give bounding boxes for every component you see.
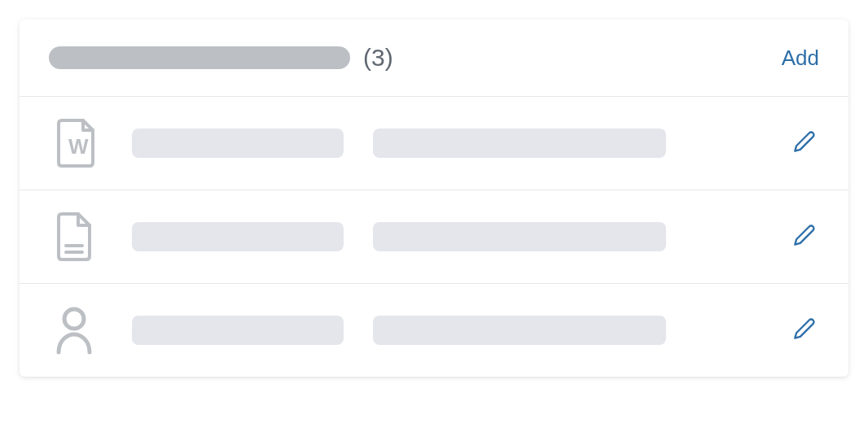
edit-button[interactable] (790, 316, 819, 345)
item-detail-placeholder (373, 316, 666, 345)
svg-text:W: W (68, 134, 89, 159)
item-detail-placeholder (373, 129, 666, 158)
svg-point-3 (64, 309, 84, 329)
pencil-icon (793, 317, 816, 343)
edit-button[interactable] (790, 222, 819, 251)
word-document-icon: W (49, 118, 99, 168)
item-count: (3) (363, 44, 393, 72)
pencil-icon (793, 130, 816, 156)
list-item (20, 284, 848, 377)
document-icon (49, 212, 99, 262)
pencil-icon (793, 224, 816, 250)
edit-button[interactable] (790, 129, 819, 158)
list-item: W (20, 97, 848, 190)
card-header: (3) Add (20, 20, 848, 97)
add-button[interactable]: Add (782, 46, 819, 71)
item-name-placeholder (132, 129, 344, 158)
item-name-placeholder (132, 316, 344, 345)
list-item (20, 190, 848, 284)
title-placeholder (49, 46, 350, 69)
person-icon (49, 305, 99, 355)
item-name-placeholder (132, 222, 344, 251)
list-card: (3) Add W (20, 20, 848, 377)
item-detail-placeholder (373, 222, 666, 251)
